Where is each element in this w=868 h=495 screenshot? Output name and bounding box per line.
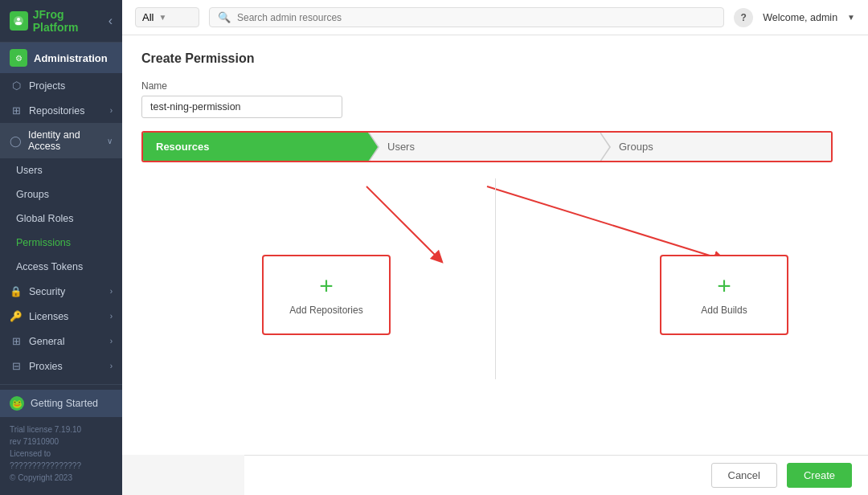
general-label: General bbox=[29, 336, 64, 347]
identity-icon: ◯ bbox=[10, 135, 22, 147]
wizard-step-resources-arrow bbox=[368, 133, 378, 162]
wizard-step-resources-label: Resources bbox=[156, 141, 209, 153]
general-icon: ⊞ bbox=[10, 335, 23, 347]
admin-label: Administration bbox=[34, 52, 108, 64]
wizard-step-resources[interactable]: Resources bbox=[143, 133, 368, 161]
panel-divider bbox=[495, 178, 496, 379]
footer-line4: ???????????????? bbox=[10, 460, 113, 472]
sidebar-item-security[interactable]: 🔒 Security › bbox=[0, 279, 122, 304]
logo-text: JFrog Platform bbox=[33, 8, 108, 34]
licenses-label: Licenses bbox=[29, 311, 68, 322]
global-roles-label: Global Roles bbox=[16, 213, 74, 224]
wizard-step-groups[interactable]: Groups bbox=[600, 133, 831, 161]
topbar-right: ? Welcome, admin ▼ bbox=[734, 8, 855, 27]
footer-line1: Trial license 7.19.10 bbox=[10, 423, 113, 436]
sidebar-item-monitoring[interactable]: 📊 Monitoring › bbox=[0, 378, 122, 384]
security-arrow: › bbox=[110, 287, 113, 296]
content-area: Create Permission Name Resources Users G… bbox=[122, 35, 868, 455]
welcome-text: Welcome, admin bbox=[763, 12, 837, 23]
svg-line-4 bbox=[487, 186, 720, 259]
filter-chevron-icon: ▼ bbox=[158, 13, 166, 22]
security-label: Security bbox=[29, 286, 65, 297]
help-button[interactable]: ? bbox=[734, 8, 753, 27]
sidebar-item-proxies[interactable]: ⊟ Proxies › bbox=[0, 354, 122, 378]
add-builds-plus-icon: + bbox=[717, 274, 731, 298]
jfrog-logo-icon bbox=[10, 11, 28, 31]
wizard-step-users-arrow bbox=[600, 133, 609, 162]
search-bar[interactable]: 🔍 bbox=[209, 7, 724, 27]
svg-point-2 bbox=[15, 22, 22, 25]
wizard-steps: Resources Users Groups bbox=[141, 131, 833, 162]
panels-wrapper: + Add Repositories + Add Builds bbox=[141, 178, 849, 379]
sidebar-logo: JFrog Platform bbox=[10, 8, 108, 34]
sidebar-item-projects[interactable]: ⬡ Projects bbox=[0, 73, 122, 98]
wizard-step-users[interactable]: Users bbox=[368, 133, 600, 161]
sidebar-item-permissions[interactable]: Permissions bbox=[0, 231, 122, 255]
topbar: All ▼ 🔍 ? Welcome, admin ▼ bbox=[122, 0, 868, 35]
filter-label: All bbox=[142, 11, 154, 23]
sidebar-item-label: Repositories bbox=[29, 105, 84, 117]
add-builds-button[interactable]: + Add Builds bbox=[660, 255, 788, 335]
sidebar-bottom: 🐸 Getting Started Trial license 7.19.10 … bbox=[0, 384, 122, 495]
search-input[interactable] bbox=[237, 12, 715, 23]
licenses-arrow: › bbox=[110, 312, 113, 321]
projects-icon: ⬡ bbox=[10, 80, 23, 92]
add-repos-plus-icon: + bbox=[319, 274, 334, 298]
main-content: Create Permission Name Resources Users G… bbox=[122, 35, 868, 495]
wizard-step-users-label: Users bbox=[387, 141, 415, 153]
name-label: Name bbox=[141, 80, 849, 92]
footer-line5: © Copyright 2023 bbox=[10, 472, 113, 484]
getting-started-frog-icon: 🐸 bbox=[10, 396, 24, 411]
permission-name-input[interactable] bbox=[141, 96, 342, 118]
create-button[interactable]: Create bbox=[787, 463, 852, 488]
identity-arrow: ∨ bbox=[107, 137, 113, 145]
sidebar-nav: ⬡ Projects ⊞ Repositories › ◯ Identity a… bbox=[0, 73, 122, 384]
add-builds-container: + Add Builds bbox=[660, 255, 788, 335]
add-repositories-container: + Add Repositories bbox=[262, 255, 391, 335]
sidebar-item-label: Identity and Access bbox=[28, 129, 100, 152]
welcome-chevron-icon[interactable]: ▼ bbox=[847, 13, 855, 22]
add-repositories-button[interactable]: + Add Repositories bbox=[262, 255, 391, 335]
proxies-icon: ⊟ bbox=[10, 360, 23, 372]
general-arrow: › bbox=[110, 337, 113, 346]
repositories-icon: ⊞ bbox=[10, 104, 23, 117]
sidebar-item-access-tokens[interactable]: Access Tokens bbox=[0, 255, 122, 279]
add-builds-label: Add Builds bbox=[701, 305, 747, 316]
getting-started-item[interactable]: 🐸 Getting Started bbox=[0, 390, 122, 417]
search-icon: 🔍 bbox=[218, 11, 231, 23]
sidebar-item-repositories[interactable]: ⊞ Repositories › bbox=[0, 98, 122, 123]
svg-point-1 bbox=[17, 18, 20, 21]
permissions-label: Permissions bbox=[16, 237, 71, 248]
admin-section: ⚙ Administration bbox=[0, 43, 122, 73]
cancel-button[interactable]: Cancel bbox=[711, 463, 777, 488]
sidebar-header: JFrog Platform ‹ bbox=[0, 0, 122, 43]
admin-icon: ⚙ bbox=[10, 49, 27, 67]
licenses-icon: 🔑 bbox=[10, 310, 23, 322]
proxies-label: Proxies bbox=[29, 361, 63, 372]
add-repos-label: Add Repositories bbox=[289, 305, 362, 316]
sidebar-item-global-roles[interactable]: Global Roles bbox=[0, 207, 122, 231]
sidebar-item-identity[interactable]: ◯ Identity and Access ∨ bbox=[0, 123, 122, 158]
sidebar-item-licenses[interactable]: 🔑 Licenses › bbox=[0, 304, 122, 329]
groups-label: Groups bbox=[16, 189, 49, 200]
wizard-step-groups-label: Groups bbox=[619, 141, 653, 153]
proxies-arrow: › bbox=[110, 362, 113, 370]
page-title: Create Permission bbox=[141, 51, 849, 66]
filter-dropdown[interactable]: All ▼ bbox=[135, 7, 199, 27]
security-icon: 🔒 bbox=[10, 285, 23, 297]
footer-line2: rev 71910900 bbox=[10, 436, 113, 448]
sidebar-item-groups[interactable]: Groups bbox=[0, 182, 122, 207]
footer-bar: Cancel Create bbox=[244, 455, 868, 495]
sidebar: JFrog Platform ‹ ⚙ Administration ⬡ Proj… bbox=[0, 0, 122, 495]
sidebar-collapse-button[interactable]: ‹ bbox=[108, 14, 113, 28]
sidebar-item-users[interactable]: Users bbox=[0, 158, 122, 182]
repositories-arrow: › bbox=[110, 106, 113, 115]
sidebar-item-label: Projects bbox=[29, 80, 65, 92]
users-label: Users bbox=[16, 165, 43, 176]
footer-line3: Licensed to bbox=[10, 448, 113, 460]
sidebar-item-general[interactable]: ⊞ General › bbox=[0, 329, 122, 354]
svg-line-3 bbox=[366, 186, 439, 259]
getting-started-label: Getting Started bbox=[31, 398, 98, 409]
access-tokens-label: Access Tokens bbox=[16, 261, 83, 272]
sidebar-footer: Trial license 7.19.10 rev 71910900 Licen… bbox=[0, 417, 122, 490]
